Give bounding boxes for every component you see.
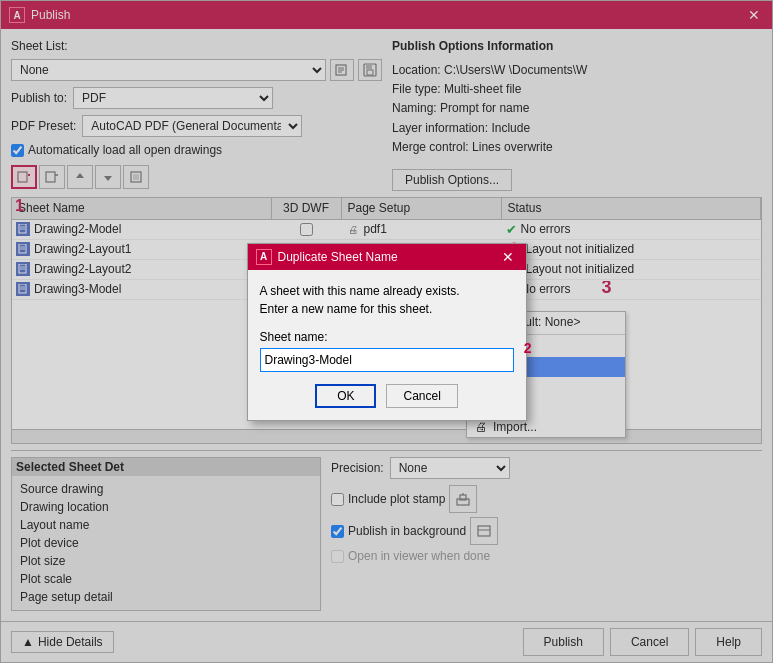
dialog-close-button[interactable]: ✕ — [498, 247, 518, 267]
duplicate-sheet-dialog: A Duplicate Sheet Name ✕ A sheet with th… — [247, 243, 527, 421]
dialog-red-number: 2 — [524, 340, 532, 356]
dialog-title-left: A Duplicate Sheet Name — [256, 249, 398, 265]
publish-window: A Publish ✕ Sheet List: None — [0, 0, 773, 663]
dialog-title: Duplicate Sheet Name — [278, 250, 398, 264]
dialog-message-line1: A sheet with this name already exists. — [260, 282, 514, 300]
dialog-body: A sheet with this name already exists. E… — [248, 270, 526, 420]
dialog-backdrop: A Duplicate Sheet Name ✕ A sheet with th… — [1, 1, 772, 662]
dialog-app-icon: A — [256, 249, 272, 265]
dialog-buttons: OK Cancel — [260, 384, 514, 408]
dialog-message: A sheet with this name already exists. E… — [260, 282, 514, 318]
dialog-cancel-button[interactable]: Cancel — [386, 384, 457, 408]
dialog-message-line2: Enter a new name for this sheet. — [260, 300, 514, 318]
dialog-ok-button[interactable]: OK — [315, 384, 376, 408]
dialog-field-label: Sheet name: — [260, 330, 514, 344]
dialog-title-bar: A Duplicate Sheet Name ✕ — [248, 244, 526, 270]
sheet-name-input[interactable] — [260, 348, 514, 372]
